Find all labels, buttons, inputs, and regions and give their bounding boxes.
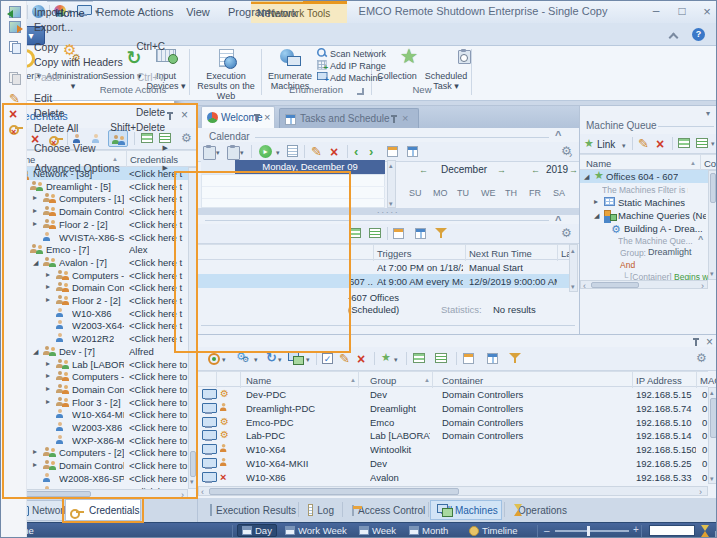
administration-button[interactable] xyxy=(236,353,251,367)
view-month-button[interactable]: Month xyxy=(405,524,461,537)
dialog-launcher-button[interactable] xyxy=(357,86,366,95)
machine-row[interactable]: ⚙Lab-PDCLab [LABORATO...Domain Controlle… xyxy=(198,428,708,442)
panel-expand-icon[interactable]: › xyxy=(569,150,572,160)
view-work-week-button[interactable]: Work Week xyxy=(281,524,351,537)
credentials-tree-row[interactable]: W2003-X64-MKIII<Click here t xyxy=(4,319,188,332)
menu-item-delete-all[interactable]: Delete AllShift+Delete xyxy=(2,120,174,135)
expander-closed-icon[interactable]: ▸ xyxy=(46,360,50,368)
credentials-tree-row[interactable]: W10-X86<Click here t xyxy=(4,307,188,320)
menu-item-export-[interactable]: Export... xyxy=(2,19,174,34)
machine-row[interactable]: ⚙Emco-PDCEmcoDomain Controllers192.168.5… xyxy=(198,415,708,429)
scroll-right-icon[interactable]: › xyxy=(701,282,704,291)
view-timeline-button[interactable]: Timeline xyxy=(465,524,531,537)
column-header-mac[interactable]: MAC xyxy=(700,375,717,386)
machine-row[interactable]: Dreamlight-PDCDreamlightDomain Controlle… xyxy=(198,401,708,415)
task-row[interactable]: 607 ...At 9:00 AM every Mon...12/9/2019 … xyxy=(197,274,569,288)
expander-closed-icon[interactable]: ▸ xyxy=(46,398,50,406)
menu-item-paste[interactable]: PasteCtrl+V xyxy=(2,70,174,85)
expander-open-icon[interactable]: ◢ xyxy=(33,259,38,266)
column-header-next-run-time[interactable]: Next Run Time xyxy=(469,248,532,259)
column-header-name[interactable]: Name xyxy=(246,375,271,386)
column-header-ip-address[interactable]: IP Address xyxy=(636,375,682,386)
menu-item-copy-with-headers[interactable]: Copy with Headers xyxy=(2,55,174,70)
column-header-co[interactable]: Co xyxy=(704,158,716,169)
credentials-vscrollbar[interactable]: ▾ xyxy=(188,167,197,489)
horizontal-splitter[interactable]: ..... xyxy=(197,208,579,215)
machine-queue-row[interactable]: ◢★Offices 604 - 607 xyxy=(580,170,708,183)
expander-closed-icon[interactable]: ▸ xyxy=(46,271,50,279)
mq-vscrollbar[interactable]: ▾ xyxy=(708,170,717,280)
input-devices-button[interactable] xyxy=(288,352,303,366)
machines-view-details-button[interactable] xyxy=(435,353,447,365)
tasks-calendar2-button[interactable] xyxy=(415,228,426,241)
credentials-tree-row[interactable]: ◢Dev - [7]Alfred xyxy=(4,345,188,358)
help-button[interactable]: ? xyxy=(692,28,705,41)
prev-month-icon[interactable]: ← xyxy=(419,166,428,175)
zoom-out-button[interactable]: – xyxy=(544,526,550,536)
scroll-up-icon[interactable]: ▴ xyxy=(710,389,714,396)
zoom-slider-thumb[interactable] xyxy=(587,526,590,536)
mq-view-details-button[interactable] xyxy=(696,138,708,150)
select-machines-button[interactable]: ✓ xyxy=(322,353,333,364)
credentials-tree-row[interactable]: ▸Domain Controll...<Click here to xyxy=(4,383,188,396)
credentials-tree-row[interactable]: W10-X64-MKII<Click here to xyxy=(4,408,188,421)
machines-vscrollbar[interactable]: ▴▾ xyxy=(708,387,717,484)
ribbon-tab-home[interactable]: Home xyxy=(47,1,93,2)
tab-pin-button[interactable] xyxy=(253,114,261,125)
task-row[interactable]: At 7:00 PM on 1/18/2...Manual Start xyxy=(197,260,569,274)
link-button[interactable]: ★Link▾ xyxy=(582,136,628,152)
expander-open-icon[interactable]: ◢ xyxy=(594,212,599,219)
machines-calendar-button[interactable] xyxy=(463,353,474,366)
tab-credentials[interactable]: Credentials xyxy=(65,499,141,521)
tab-tasks-and-schedule[interactable]: Tasks and Schedule× xyxy=(279,108,419,128)
scroll-down-icon[interactable]: ▾ xyxy=(571,283,575,290)
machine-queue-row[interactable]: The Machine Que...^ xyxy=(580,234,708,247)
scroll-left-icon[interactable]: ‹ xyxy=(201,488,204,497)
credentials-tree-row[interactable]: ▸Domain Controllers ...<Click here t xyxy=(4,205,188,218)
expander-closed-icon[interactable]: ▸ xyxy=(33,194,37,202)
tasks-view-details-button[interactable] xyxy=(369,228,381,240)
expander-closed-icon[interactable]: ▸ xyxy=(33,448,37,456)
minimize-button[interactable]: – xyxy=(647,5,665,17)
tab-close-button[interactable]: × xyxy=(402,113,408,124)
run-task-button[interactable]: ▸ xyxy=(259,145,272,158)
credentials-tree-row[interactable]: ▸Lab [LABORATO...<Click here to xyxy=(4,358,188,371)
next-month-icon[interactable]: → xyxy=(497,166,506,175)
expander-closed-icon[interactable]: ▸ xyxy=(594,198,598,206)
session-actions-button[interactable]: ↻ xyxy=(266,351,277,364)
tasks-vscrollbar[interactable]: ▴▾ xyxy=(569,244,578,292)
machine-queue-row[interactable]: └[Container]Begins w xyxy=(580,270,708,280)
machine-queue-row[interactable]: ◢Machine Queries (Net... xyxy=(580,209,708,222)
credentials-tree-row[interactable]: ▸Domain Controllers ...<Click here to xyxy=(4,459,188,472)
credentials-tree-row[interactable]: W2003-X86<Click here to xyxy=(4,421,188,434)
tab-operations[interactable]: Operations xyxy=(508,500,572,520)
zoom-in-button[interactable]: + xyxy=(633,525,639,535)
machine-queue-row[interactable]: And xyxy=(580,258,708,271)
view-day-button[interactable]: Day xyxy=(237,524,277,537)
credentials-tree-row[interactable]: W2008-X86-SP1<Click here to xyxy=(4,472,188,485)
scroll-down-icon[interactable]: ▾ xyxy=(710,475,714,482)
tab-close-button[interactable]: × xyxy=(264,112,270,123)
calendar-vscrollbar[interactable]: ▴▾ xyxy=(387,160,396,208)
credentials-tree-row[interactable]: ▸Computers - [1]<Click here t xyxy=(4,269,188,282)
ribbon-tab-network[interactable]: Network xyxy=(251,1,303,2)
credentials-hscrollbar[interactable]: ‹› xyxy=(4,489,188,498)
ribbon-small-button-scan-network[interactable]: Scan Network xyxy=(317,48,371,60)
tab-pin-button[interactable] xyxy=(390,115,398,126)
expander-closed-icon[interactable]: ▸ xyxy=(33,461,37,469)
machines-calendar2-button[interactable] xyxy=(487,353,498,366)
expander-closed-icon[interactable]: ▸ xyxy=(33,207,37,215)
tab-access-control[interactable]: Access Control xyxy=(346,500,426,520)
mq-toolbar-overflow[interactable]: ▾ xyxy=(711,140,715,147)
expander-closed-icon[interactable]: ▸ xyxy=(46,385,50,393)
scroll-up-icon[interactable]: ▴ xyxy=(389,162,393,169)
scroll-left-icon[interactable]: ‹ xyxy=(583,282,586,291)
mq-hscrollbar[interactable]: ‹› xyxy=(580,280,708,289)
new-task-button[interactable] xyxy=(203,145,214,160)
credentials-tree-row[interactable]: ▸Computers - [1]<Click here t xyxy=(4,192,188,205)
view-week-button[interactable]: Week xyxy=(355,524,401,537)
machine-queue-row[interactable]: The Machines Filter is not... xyxy=(580,183,708,196)
menu-item-edit[interactable]: ✎Edit xyxy=(2,90,174,105)
column-header-name[interactable]: Name xyxy=(586,158,611,169)
scroll-down-icon[interactable]: ▾ xyxy=(190,478,194,485)
